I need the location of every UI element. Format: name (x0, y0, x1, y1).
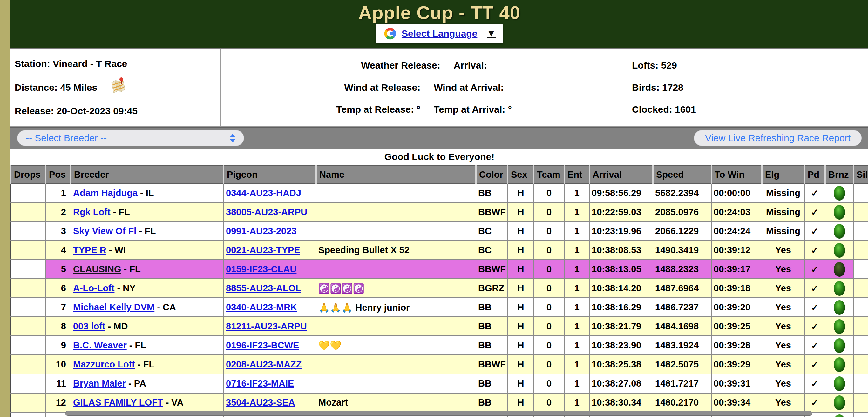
google-logo-icon (383, 27, 397, 41)
pigeon-link[interactable]: 0159-IF23-CLAU (226, 264, 297, 274)
breeder-link[interactable]: CLAUSING (73, 264, 121, 274)
cell-breeder: Adam Hajduga - IL (71, 184, 224, 203)
pigeon-link[interactable]: 0344-AU23-HADJ (226, 188, 301, 198)
cell-drops (11, 336, 46, 355)
cell-elg: Yes (762, 279, 804, 298)
cell-speed: 1480.2170 (653, 393, 711, 412)
distance-text: Distance: 45 Miles (14, 82, 97, 93)
cell-pos: 7 (46, 298, 71, 317)
cell-ent: 1 (564, 222, 589, 241)
breeder-link[interactable]: A-Lo-Loft (73, 283, 114, 293)
cell-color: BBWF (476, 355, 508, 374)
breeder-link[interactable]: Adam Hajduga (73, 188, 137, 198)
cell-color: BB (476, 298, 508, 317)
cell-pigeon: 0159-IF23-CLAU (224, 260, 316, 279)
bronze-orb-icon (834, 205, 845, 220)
cell-breeder: Sky View Of Fl - FL (71, 222, 224, 241)
pigeon-link[interactable]: 0340-AU23-MRK (226, 302, 297, 312)
live-report-button[interactable]: View Live Refreshing Race Report (694, 130, 862, 146)
cell-breeder: GILAS FAMILY LOFT - VA (71, 393, 224, 412)
breeder-link[interactable]: Rgk Loft (73, 207, 111, 217)
cell-pigeon: 38005-AU23-ARPU (224, 203, 316, 222)
pigeon-link[interactable]: 0716-IF23-MAIE (226, 378, 294, 388)
pigeon-link[interactable]: 3504-AU23-SEA (226, 397, 295, 408)
cell-brnz (825, 241, 854, 260)
breeder-link[interactable]: B.C. Weaver (73, 340, 127, 350)
cell-ent: 1 (564, 355, 589, 374)
pigeon-link[interactable]: 0208-AU23-MAZZ (226, 359, 302, 370)
cell-pd: ✓ (804, 241, 825, 260)
station-text: Station: Vineard - T Race (14, 58, 220, 69)
cell-towin: 00:39:29 (711, 355, 762, 374)
cell-sex: H (508, 184, 534, 203)
cell-arrival: 10:38:21.79 (589, 317, 653, 336)
cell-arrival: 10:38:16.29 (589, 298, 653, 317)
cell-pos: 8 (46, 317, 71, 336)
breeder-link[interactable]: Bryan Maier (73, 378, 126, 388)
breeder-link[interactable]: Sky View Of Fl (73, 226, 136, 236)
cell-silver (854, 203, 868, 222)
column-header-pos: Pos (46, 166, 71, 184)
bronze-orb-icon (834, 186, 845, 201)
cell-sex: H (508, 336, 534, 355)
cell-name: 💛💛 (316, 336, 476, 355)
cell-elg: Yes (762, 241, 804, 260)
breeder-state: - IL (137, 188, 154, 198)
divider (482, 27, 482, 40)
pigeon-link[interactable]: 0991-AU23-2023 (226, 226, 297, 236)
breeder-link[interactable]: GILAS FAMILY LOFT (73, 397, 163, 408)
cell-breeder: 003 loft - MD (71, 317, 224, 336)
table-row: 11Bryan Maier - PA0716-IF23-MAIEBBH0110:… (11, 374, 868, 393)
breeder-state: - WI (106, 245, 126, 255)
cell-drops (11, 412, 46, 417)
map-icon[interactable] (110, 77, 126, 93)
cell-breeder: B.C. Weaver - FL (71, 336, 224, 355)
column-header-breeder: Breeder (71, 166, 224, 184)
breeder-link[interactable]: 003 loft (73, 321, 105, 331)
cell-arrival: 10:38:14.20 (589, 279, 653, 298)
cell-name (316, 260, 476, 279)
breeder-link[interactable]: Michael Kelly DVM (73, 302, 154, 312)
cell-pd: ✓ (804, 336, 825, 355)
cell-silver (854, 317, 868, 336)
cell-breeder: Rgk Loft - FL (71, 203, 224, 222)
cell-pos: 9 (46, 336, 71, 355)
pigeon-link[interactable]: 8855-AU23-ALOL (226, 283, 301, 293)
select-language-link[interactable]: Select Language (402, 28, 477, 39)
pigeon-link[interactable]: 38005-AU23-ARPU (226, 207, 307, 217)
cell-team: 0 (534, 336, 564, 355)
google-translate-widget[interactable]: Select Language ▼ (376, 24, 503, 43)
lofts-text: Lofts: 529 (632, 60, 868, 71)
cell-speed: 2085.0976 (653, 203, 711, 222)
pigeon-link[interactable]: 0021-AU23-TYPE (226, 245, 300, 255)
cell-color: BB (476, 317, 508, 336)
cell-silver (854, 298, 868, 317)
bronze-orb-icon (834, 338, 845, 353)
cell-arrival: 10:38:25.38 (589, 355, 653, 374)
cell-drops (11, 203, 46, 222)
horizontal-scrollbar[interactable] (65, 411, 812, 416)
cell-drops (11, 241, 46, 260)
breeder-link[interactable]: TYPE R (73, 245, 106, 255)
pigeon-link[interactable]: 0196-IF23-BCWE (226, 340, 299, 350)
breeder-link[interactable]: Mazzurco Loft (73, 359, 135, 370)
cell-pos: 5 (46, 260, 71, 279)
cell-towin: 00:39:20 (711, 298, 762, 317)
cell-name: ☯️☯️☯️☯️ (316, 279, 476, 298)
breeder-select[interactable]: -- Select Breeder -- (17, 130, 244, 146)
cell-pos: 10 (46, 355, 71, 374)
cell-breeder: CLAUSING - FL (71, 260, 224, 279)
cell-color: BBWF (476, 260, 508, 279)
cell-pigeon: 0340-AU23-MRK (224, 298, 316, 317)
cell-breeder: TYPE R - WI (71, 241, 224, 260)
cell-sex: H (508, 260, 534, 279)
language-dropdown-arrow[interactable]: ▼ (487, 29, 496, 39)
cell-ent: 1 (564, 393, 589, 412)
race-results-table: DropsPosBreederPigeonNameColorSexTeamEnt… (10, 165, 868, 417)
pigeon-link[interactable]: 81211-AU23-ARPU (226, 321, 307, 331)
breeder-state: - VA (163, 397, 184, 408)
breeder-state: - PA (126, 378, 146, 388)
cell-pd: ✓ (804, 279, 825, 298)
cell-team: 0 (534, 203, 564, 222)
cell-pd: ✓ (804, 374, 825, 393)
